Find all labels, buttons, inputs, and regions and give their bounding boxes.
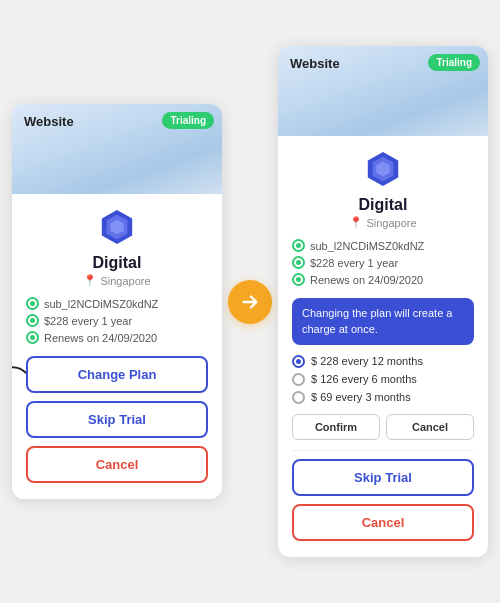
confirm-row: Confirm Cancel (292, 414, 474, 440)
plan-option-2[interactable]: $ 69 every 3 months (292, 391, 474, 404)
confirm-cancel-button[interactable]: Cancel (386, 414, 474, 440)
left-info-item-2: Renews on 24/09/2020 (26, 331, 208, 344)
plan-option-label-1: $ 126 every 6 months (311, 373, 417, 385)
right-pin-icon: 📍 (349, 216, 363, 229)
right-skip-trial-button[interactable]: Skip Trial (292, 459, 474, 496)
main-container: Website Trialing Digital 📍 Singapore sub… (0, 0, 500, 603)
right-logo-icon (364, 150, 402, 188)
arrow-circle (228, 280, 272, 324)
right-site-label: Website (290, 56, 340, 71)
divider (292, 450, 474, 451)
left-info-item-0: sub_l2NCDiMSZ0kdNZ (26, 297, 208, 310)
right-info-item-2: Renews on 24/09/2020 (292, 273, 474, 286)
right-cancel-button[interactable]: Cancel (292, 504, 474, 541)
left-pin-icon: 📍 (83, 274, 97, 287)
right-info-item-1: $228 every 1 year (292, 256, 474, 269)
radio-2 (292, 391, 305, 404)
left-site-label: Website (24, 114, 74, 129)
left-card-body: Digital 📍 Singapore sub_l2NCDiMSZ0kdNZ $… (12, 194, 222, 499)
left-info-text-0: sub_l2NCDiMSZ0kdNZ (44, 298, 158, 310)
left-trial-badge: Trialing (162, 112, 214, 129)
left-location: 📍 Singapore (26, 274, 208, 287)
radio-1 (292, 373, 305, 386)
left-logo-wrap (26, 208, 208, 246)
change-plan-wrap: Change Plan (26, 356, 208, 393)
plan-option-0[interactable]: $ 228 every 12 months (292, 355, 474, 368)
left-cancel-button[interactable]: Cancel (26, 446, 208, 483)
right-info-dot-0 (292, 239, 305, 252)
right-product-name: Digital (292, 196, 474, 214)
right-trial-badge: Trialing (428, 54, 480, 71)
plan-option-label-2: $ 69 every 3 months (311, 391, 411, 403)
left-info-dot-0 (26, 297, 39, 310)
left-card: Website Trialing Digital 📍 Singapore sub… (12, 104, 222, 499)
left-info-text-2: Renews on 24/09/2020 (44, 332, 157, 344)
right-location: 📍 Singapore (292, 216, 474, 229)
plan-option-label-0: $ 228 every 12 months (311, 355, 423, 367)
right-info-dot-2 (292, 273, 305, 286)
info-box: Changing the plan will create a charge a… (292, 298, 474, 345)
left-info-dot-2 (26, 331, 39, 344)
right-info-dot-1 (292, 256, 305, 269)
right-info-text-1: $228 every 1 year (310, 257, 398, 269)
right-location-text: Singapore (366, 217, 416, 229)
right-info-text-2: Renews on 24/09/2020 (310, 274, 423, 286)
left-logo-icon (98, 208, 136, 246)
change-plan-button[interactable]: Change Plan (26, 356, 208, 393)
right-card-header: Website Trialing (278, 46, 488, 136)
left-info-text-1: $228 every 1 year (44, 315, 132, 327)
plan-option-1[interactable]: $ 126 every 6 months (292, 373, 474, 386)
right-card-body: Digital 📍 Singapore sub_l2NCDiMSZ0kdNZ $… (278, 136, 488, 557)
right-logo-wrap (292, 150, 474, 188)
left-location-text: Singapore (100, 275, 150, 287)
right-info-text-0: sub_l2NCDiMSZ0kdNZ (310, 240, 424, 252)
right-card: Website Trialing Digital 📍 Singapore sub… (278, 46, 488, 557)
left-product-name: Digital (26, 254, 208, 272)
arrow-right-icon (239, 291, 261, 313)
left-skip-trial-button[interactable]: Skip Trial (26, 401, 208, 438)
left-info-list: sub_l2NCDiMSZ0kdNZ $228 every 1 year Ren… (26, 297, 208, 344)
left-card-header: Website Trialing (12, 104, 222, 194)
radio-inner-0 (296, 359, 301, 364)
left-info-item-1: $228 every 1 year (26, 314, 208, 327)
right-info-list: sub_l2NCDiMSZ0kdNZ $228 every 1 year Ren… (292, 239, 474, 286)
confirm-button[interactable]: Confirm (292, 414, 380, 440)
radio-0 (292, 355, 305, 368)
plan-options-list: $ 228 every 12 months $ 126 every 6 mont… (292, 355, 474, 404)
right-info-item-0: sub_l2NCDiMSZ0kdNZ (292, 239, 474, 252)
left-info-dot-1 (26, 314, 39, 327)
